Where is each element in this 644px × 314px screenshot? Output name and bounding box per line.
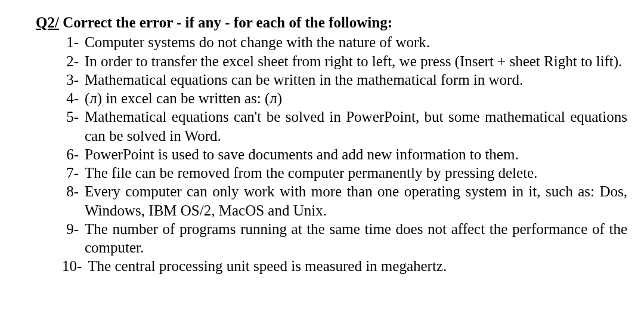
item-number: 1- <box>62 33 85 51</box>
list-item: 4- (л) in excel can be written as: (л) <box>62 89 627 107</box>
item-text: Computer systems do not change with the … <box>85 33 627 51</box>
item-number: 5- <box>62 107 85 145</box>
list-item: 1- Computer systems do not change with t… <box>62 33 627 51</box>
list-item: 2- In order to transfer the excel sheet … <box>62 52 627 70</box>
statement-list: 1- Computer systems do not change with t… <box>36 33 627 275</box>
list-item: 8- Every computer can only work with mor… <box>62 182 627 220</box>
item-text: Every computer can only work with more t… <box>85 182 627 220</box>
item-text: The central processing unit speed is mea… <box>88 257 627 275</box>
item-number: 8- <box>62 182 85 220</box>
item-number: 10- <box>62 257 88 275</box>
list-item: 5- Mathematical equations can't be solve… <box>62 107 627 145</box>
item-text: The file can be removed from the compute… <box>85 164 627 182</box>
list-item: 3- Mathematical equations can be written… <box>62 70 627 89</box>
list-item: 7- The file can be removed from the comp… <box>62 164 627 182</box>
item-number: 4- <box>62 89 85 107</box>
question-number: Q2/ <box>36 14 59 30</box>
item-number: 3- <box>62 70 85 89</box>
question-title: Correct the error - if any - for each of… <box>59 14 392 30</box>
item-number: 9- <box>62 220 85 257</box>
question-heading: Q2/ Correct the error - if any - for eac… <box>36 13 627 32</box>
item-text: Mathematical equations can be written in… <box>85 70 627 89</box>
list-item: 10- The central processing unit speed is… <box>62 257 627 275</box>
item-number: 7- <box>62 164 85 182</box>
list-item: 9- The number of programs running at the… <box>62 220 627 257</box>
list-item: 6- PowerPoint is used to save documents … <box>62 145 627 164</box>
item-number: 6- <box>62 145 85 164</box>
item-text: The number of programs running at the sa… <box>85 220 627 257</box>
item-text: PowerPoint is used to save documents and… <box>85 145 627 164</box>
item-text: Mathematical equations can't be solved i… <box>85 107 627 145</box>
item-number: 2- <box>62 52 85 70</box>
item-text: (л) in excel can be written as: (л) <box>85 89 627 107</box>
item-text: In order to transfer the excel sheet fro… <box>85 52 627 70</box>
